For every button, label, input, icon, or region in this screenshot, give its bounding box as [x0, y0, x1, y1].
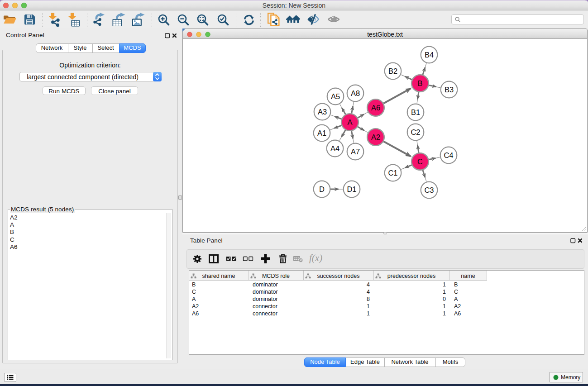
- svg-text:C4: C4: [444, 151, 453, 159]
- svg-text:A6: A6: [371, 104, 380, 112]
- svg-text:D1: D1: [347, 185, 356, 193]
- svg-text:A: A: [347, 118, 352, 126]
- svg-text:B: B: [417, 79, 422, 87]
- svg-text:C2: C2: [411, 128, 420, 136]
- svg-text:A7: A7: [351, 148, 360, 156]
- svg-text:C: C: [417, 157, 423, 166]
- svg-text:C3: C3: [424, 186, 434, 194]
- svg-text:A8: A8: [351, 89, 360, 97]
- svg-text:B3: B3: [445, 86, 454, 94]
- svg-text:B1: B1: [411, 108, 420, 116]
- svg-text:A1: A1: [317, 129, 326, 137]
- svg-text:B2: B2: [388, 67, 397, 75]
- svg-text:A4: A4: [330, 144, 339, 152]
- svg-text:D: D: [319, 185, 325, 193]
- svg-text:B4: B4: [425, 51, 434, 59]
- svg-text:A5: A5: [331, 92, 340, 100]
- svg-text:A2: A2: [371, 133, 380, 141]
- svg-text:C1: C1: [388, 169, 397, 177]
- svg-text:A3: A3: [318, 108, 327, 116]
